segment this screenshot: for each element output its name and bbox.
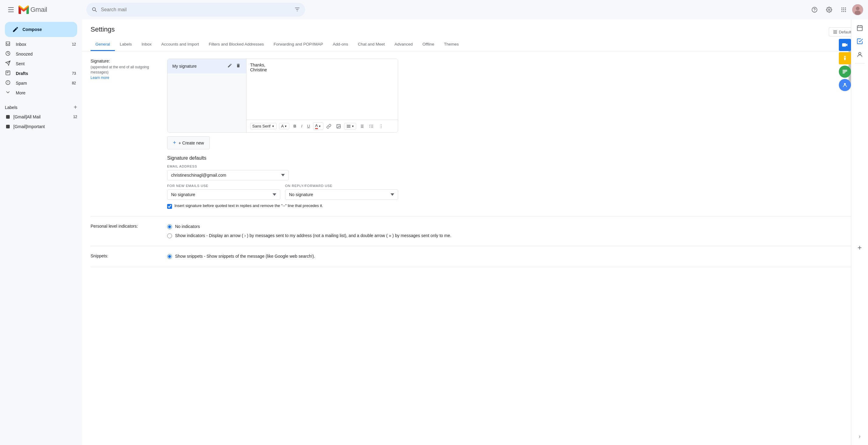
show-snippets-radio[interactable] (167, 254, 172, 259)
italic-button[interactable]: I (299, 123, 304, 130)
svg-rect-20 (833, 30, 837, 31)
tasks-svg (842, 69, 848, 75)
tab-forwarding[interactable]: Forwarding and POP/IMAP (269, 38, 328, 51)
personal-indicators-heading: Personal level indicators: (91, 224, 157, 229)
tab-themes[interactable]: Themes (439, 38, 464, 51)
topbar-right (808, 4, 863, 16)
right-expand-button[interactable]: › (854, 431, 866, 443)
sig-defaults-row: FOR NEW EMAILS USE No signature ON REPLY… (167, 184, 398, 200)
show-snippets-label[interactable]: Show snippets - Show snippets of the mes… (175, 253, 315, 260)
search-input[interactable] (101, 7, 294, 12)
sig-checkbox-label[interactable]: Insert signature before quoted text in r… (175, 203, 323, 208)
sig-checkbox-row: Insert signature before quoted text in r… (167, 203, 398, 209)
no-indicators-radio[interactable] (167, 224, 172, 229)
snippets-heading: Snippets: (91, 253, 157, 258)
google-meet-icon[interactable] (839, 39, 851, 51)
show-indicators-label[interactable]: Show indicators - Display an arrow ( › )… (175, 233, 451, 239)
tab-chat[interactable]: Chat and Meet (353, 38, 390, 51)
sidebar-item-sent[interactable]: Sent (0, 59, 81, 69)
snoozed-icon (5, 51, 11, 57)
list-button[interactable] (358, 123, 366, 130)
settings-button[interactable] (823, 4, 835, 16)
email-address-select[interactable]: christineschinagl@gmail.com (167, 170, 289, 180)
svg-point-6 (843, 8, 844, 8)
signature-editor-panel: Thanks, Christine Sans Serif ▼ A ▼ (246, 59, 398, 132)
create-new-button[interactable]: + + Create new (167, 136, 210, 149)
bold-button[interactable]: B (292, 123, 298, 130)
gmail-m-icon (18, 5, 29, 14)
tab-offline[interactable]: Offline (417, 38, 439, 51)
signature-editor[interactable]: Thanks, Christine (246, 59, 398, 119)
ordered-list-button[interactable] (367, 123, 376, 130)
signature-row: Signature: (appended at the end of all o… (91, 51, 860, 216)
sidebar-item-inbox[interactable]: Inbox 12 (0, 39, 81, 49)
underline-button[interactable]: U (305, 123, 312, 130)
topbar: Gmail (0, 0, 868, 20)
svg-rect-1 (296, 9, 299, 10)
sig-defaults-title: Signature defaults (167, 156, 398, 161)
compose-button[interactable]: Compose (5, 22, 77, 37)
sidebar-item-more[interactable]: More (0, 88, 81, 98)
tab-filters[interactable]: Filters and Blocked Addresses (204, 38, 269, 51)
tab-general[interactable]: General (91, 38, 115, 51)
google-contacts-app-icon[interactable] (839, 79, 851, 91)
signature-learn-more[interactable]: Learn more (91, 76, 109, 80)
right-contacts-icon[interactable] (854, 48, 866, 61)
label-item-all-mail[interactable]: [Gmail]All Mail 12 (5, 112, 77, 122)
avatar[interactable] (852, 4, 863, 15)
add-label-icon[interactable]: + (73, 104, 77, 111)
sidebar-item-drafts[interactable]: Drafts 73 (0, 69, 81, 78)
snippets-radio-group: Show snippets - Show snippets of the mes… (167, 253, 860, 260)
signature-defaults: Signature defaults EMAIL ADDRESS christi… (167, 156, 398, 209)
tab-accounts[interactable]: Accounts and Import (157, 38, 204, 51)
no-indicators-label[interactable]: No indicators (175, 224, 200, 230)
link-button[interactable] (324, 123, 333, 130)
svg-point-28 (381, 127, 381, 128)
new-emails-select[interactable]: No signature (167, 190, 280, 200)
font-size-selector[interactable]: A ▼ (279, 123, 289, 129)
reply-select[interactable]: No signature (285, 190, 398, 200)
font-size-icon: A (281, 124, 284, 128)
show-indicators-radio[interactable] (167, 233, 172, 238)
text-color-button[interactable]: A ▼ (313, 122, 323, 130)
search-filter-icon[interactable] (294, 6, 300, 13)
sidebar-item-spam[interactable]: Spam 82 (0, 78, 81, 88)
tab-advanced[interactable]: Advanced (390, 38, 417, 51)
spam-icon (5, 80, 11, 87)
signature-list-item[interactable]: My signature (167, 59, 246, 73)
search-bar[interactable] (86, 3, 305, 17)
google-keep-icon[interactable] (839, 52, 851, 64)
help-button[interactable] (808, 4, 820, 16)
signature-list: My signature (167, 59, 246, 132)
more-options-button[interactable] (377, 123, 385, 130)
tab-labels[interactable]: Labels (115, 38, 137, 51)
drafts-label: Drafts (16, 71, 28, 76)
meet-svg (842, 42, 848, 48)
svg-point-15 (856, 7, 860, 10)
menu-icon[interactable] (5, 4, 17, 16)
labels-header: Labels + (5, 103, 77, 112)
sidebar-item-snoozed[interactable]: Snoozed (0, 49, 81, 59)
tab-addons[interactable]: Add-ons (328, 38, 353, 51)
align-icon (346, 124, 351, 129)
personal-indicators-radio-group: No indicators Show indicators - Display … (167, 224, 860, 239)
font-family-selector[interactable]: Sans Serif ▼ (250, 123, 277, 129)
show-indicators-description: - Display an arrow ( › ) by messages sen… (206, 233, 451, 238)
radio-no-indicators: No indicators (167, 224, 860, 230)
apps-button[interactable] (838, 4, 850, 16)
right-add-button[interactable]: + (854, 242, 866, 254)
svg-rect-0 (295, 8, 300, 8)
spam-badge: 82 (72, 81, 76, 85)
sig-checkbox[interactable] (167, 204, 172, 209)
label-item-important[interactable]: [Gmail]Important (5, 122, 77, 131)
tab-inbox[interactable]: Inbox (137, 38, 157, 51)
signature-edit-button[interactable] (227, 63, 233, 70)
align-button[interactable]: ▼ (344, 123, 356, 130)
google-tasks-app-icon[interactable] (839, 66, 851, 78)
signature-delete-button[interactable] (235, 63, 241, 70)
right-tasks-icon[interactable] (854, 35, 866, 47)
image-button[interactable] (334, 123, 343, 130)
svg-point-30 (859, 53, 861, 55)
right-calendar-icon[interactable] (854, 22, 866, 34)
new-emails-col: FOR NEW EMAILS USE No signature (167, 184, 280, 200)
